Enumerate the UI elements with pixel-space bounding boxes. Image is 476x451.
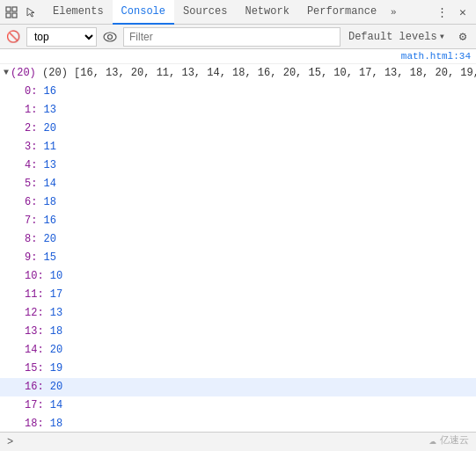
table-row: 5: 14: [0, 175, 476, 193]
array-count: (20): [11, 65, 42, 81]
svg-point-5: [108, 34, 113, 39]
index-value: 19: [50, 360, 62, 376]
index-label: 9:: [25, 250, 44, 266]
context-selector[interactable]: top: [26, 27, 97, 47]
more-tabs-button[interactable]: »: [385, 4, 402, 21]
filter-input[interactable]: [123, 27, 341, 47]
tab-elements[interactable]: Elements: [44, 0, 113, 25]
tab-bar: Elements Console Sources Network Perform…: [0, 0, 476, 25]
array-header-row: ▼ (20) (20) [16, 13, 20, 11, 13, 14, 18,…: [0, 64, 476, 83]
bottom-bar: >: [0, 432, 476, 451]
index-label: 17:: [25, 397, 50, 413]
index-label: 6:: [25, 194, 44, 210]
watermark-icon: ☁: [429, 433, 436, 447]
expand-array-arrow[interactable]: ▼: [4, 65, 9, 81]
table-row: 18: 18: [0, 415, 476, 432]
table-row: 11: 17: [0, 286, 476, 304]
index-label: 11:: [25, 287, 50, 302]
index-label: 4:: [25, 157, 44, 173]
svg-rect-2: [6, 13, 11, 18]
index-value: 16: [44, 213, 56, 229]
table-row: 8: 20: [0, 230, 476, 249]
index-label: 10:: [25, 268, 50, 284]
index-value: 16: [44, 84, 56, 99]
gear-icon[interactable]: ⚙: [453, 27, 472, 47]
index-value: 17: [50, 287, 62, 302]
tab-sources[interactable]: Sources: [174, 0, 236, 25]
table-row: 4: 13: [0, 156, 476, 175]
table-row: 0: 16: [0, 83, 476, 101]
console-content: ▼ (20) (20) [16, 13, 20, 11, 13, 14, 18,…: [0, 64, 476, 432]
settings-icon[interactable]: ⋮: [432, 3, 451, 22]
svg-rect-1: [12, 7, 17, 11]
index-label: 15:: [25, 360, 50, 376]
watermark: ☁ 亿速云: [429, 433, 469, 447]
index-label: 2:: [25, 120, 44, 136]
close-devtools-icon[interactable]: ✕: [453, 3, 472, 22]
file-reference: math.html:34: [0, 49, 476, 64]
index-label: 18:: [25, 416, 50, 432]
tab-network[interactable]: Network: [236, 0, 297, 25]
index-value: 11: [44, 139, 56, 155]
tab-icons: [4, 4, 39, 20]
array-preview: (20) [16, 13, 20, 11, 13, 14, 18, 16, 20…: [42, 65, 476, 81]
table-row: 16: 20: [0, 378, 476, 396]
index-value: 18: [44, 194, 56, 210]
log-levels-button[interactable]: Default levels ▾: [344, 27, 450, 46]
tab-console[interactable]: Console: [113, 0, 174, 25]
table-row: 2: 20: [0, 120, 476, 138]
index-value: 18: [50, 324, 62, 339]
index-label: 1:: [25, 102, 44, 118]
index-value: 20: [44, 231, 56, 247]
index-value: 20: [44, 120, 56, 136]
prompt-icon: >: [7, 436, 13, 448]
inspect-icon[interactable]: [4, 4, 19, 20]
table-row: 12: 13: [0, 304, 476, 323]
console-input[interactable]: [17, 436, 469, 448]
index-label: 16:: [25, 379, 50, 395]
svg-rect-0: [6, 7, 11, 11]
table-row: 6: 18: [0, 193, 476, 212]
table-row: 13: 18: [0, 323, 476, 341]
table-row: 17: 14: [0, 396, 476, 415]
eye-icon[interactable]: [100, 27, 120, 47]
index-value: 10: [50, 268, 62, 284]
toolbar: 🚫 top Default levels ▾ ⚙: [0, 25, 476, 49]
table-row: 1: 13: [0, 101, 476, 120]
watermark-text: 亿速云: [440, 433, 469, 447]
index-label: 5:: [25, 176, 44, 192]
index-value: 15: [44, 250, 56, 266]
table-row: 15: 19: [0, 360, 476, 378]
levels-arrow: ▾: [439, 30, 445, 43]
index-label: 12:: [25, 305, 50, 321]
index-label: 7:: [25, 213, 44, 229]
index-label: 14:: [25, 342, 50, 358]
svg-point-4: [104, 33, 116, 41]
clear-console-icon[interactable]: 🚫: [4, 27, 23, 47]
index-label: 13:: [25, 324, 50, 339]
index-value: 13: [44, 102, 56, 118]
table-row: 14: 20: [0, 341, 476, 360]
index-value: 20: [50, 342, 62, 358]
index-value: 13: [44, 157, 56, 173]
index-value: 14: [44, 176, 56, 192]
index-value: 20: [50, 379, 62, 395]
svg-rect-3: [12, 13, 17, 18]
table-row: 7: 16: [0, 212, 476, 230]
table-row: 9: 15: [0, 249, 476, 267]
cursor-icon[interactable]: [23, 4, 39, 20]
index-label: 8:: [25, 231, 44, 247]
file-link[interactable]: math.html:34: [401, 51, 471, 62]
levels-label: Default levels: [348, 31, 437, 43]
table-row: 3: 11: [0, 138, 476, 156]
index-label: 3:: [25, 139, 44, 155]
index-value: 18: [50, 416, 62, 432]
index-value: 14: [50, 397, 62, 413]
tab-performance[interactable]: Performance: [298, 0, 385, 25]
tab-actions: ⋮ ✕: [432, 3, 472, 22]
index-label: 0:: [25, 84, 44, 99]
index-value: 13: [50, 305, 62, 321]
table-row: 10: 10: [0, 267, 476, 286]
